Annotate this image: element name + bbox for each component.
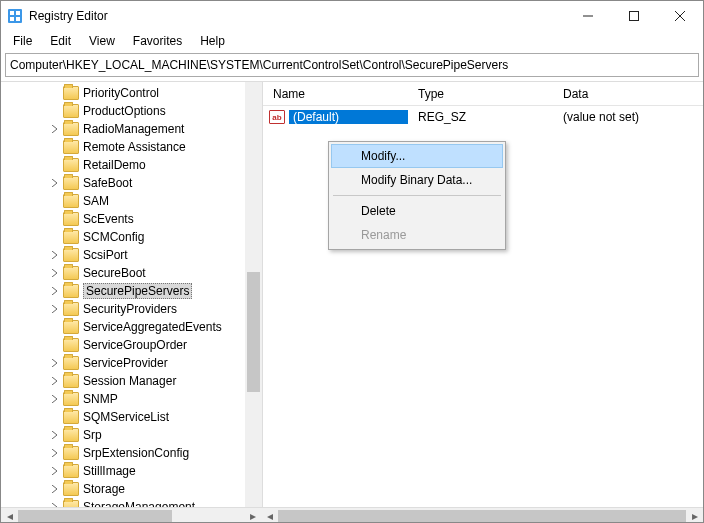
address-bar[interactable]: Computer\HKEY_LOCAL_MACHINE\SYSTEM\Curre…: [5, 53, 699, 77]
hscroll-left-thumb[interactable]: [18, 510, 172, 522]
column-type[interactable]: Type: [408, 87, 553, 101]
folder-icon: [63, 410, 79, 424]
chevron-right-icon[interactable]: [49, 501, 61, 507]
tree-item[interactable]: Srp: [1, 426, 262, 444]
tree-item[interactable]: ScEvents: [1, 210, 262, 228]
folder-icon: [63, 176, 79, 190]
chevron-right-icon[interactable]: [49, 465, 61, 477]
tree-item[interactable]: SQMServiceList: [1, 408, 262, 426]
tree-item[interactable]: StorageManagement: [1, 498, 262, 507]
context-delete[interactable]: Delete: [331, 199, 503, 223]
tree-item[interactable]: SNMP: [1, 390, 262, 408]
minimize-button[interactable]: [565, 1, 611, 31]
chevron-right-icon[interactable]: [49, 429, 61, 441]
chevron-right-icon[interactable]: [49, 483, 61, 495]
hscroll-right-track[interactable]: [278, 508, 686, 523]
menu-view[interactable]: View: [81, 32, 123, 50]
column-headers: Name Type Data: [263, 82, 703, 106]
chevron-right-icon[interactable]: [49, 303, 61, 315]
hscroll-left-track[interactable]: [18, 508, 244, 523]
tree-item[interactable]: Session Manager: [1, 372, 262, 390]
tree-item-label: StorageManagement: [83, 500, 195, 507]
chevron-right-icon[interactable]: [49, 285, 61, 297]
hscroll-left-arrow-r[interactable]: ▸: [244, 508, 261, 523]
chevron-right-icon[interactable]: [49, 375, 61, 387]
tree-scrollbar[interactable]: [245, 82, 262, 507]
window-title: Registry Editor: [29, 9, 565, 23]
tree-item-label: Session Manager: [83, 374, 176, 388]
tree-item[interactable]: ScsiPort: [1, 246, 262, 264]
folder-icon: [63, 104, 79, 118]
svg-rect-3: [10, 17, 14, 21]
window-controls: [565, 1, 703, 31]
context-modify-binary[interactable]: Modify Binary Data...: [331, 168, 503, 192]
menu-favorites[interactable]: Favorites: [125, 32, 190, 50]
tree-item[interactable]: ServiceAggregatedEvents: [1, 318, 262, 336]
folder-icon: [63, 392, 79, 406]
tree-item[interactable]: PriorityControl: [1, 84, 262, 102]
tree-item-label: ScEvents: [83, 212, 134, 226]
list-row[interactable]: ab (Default) REG_SZ (value not set): [263, 108, 703, 126]
tree-item[interactable]: Remote Assistance: [1, 138, 262, 156]
tree-item[interactable]: ProductOptions: [1, 102, 262, 120]
tree-pane: PriorityControlProductOptionsRadioManage…: [1, 82, 263, 507]
hscroll-right-arrow-l[interactable]: ◂: [261, 508, 278, 523]
hscroll-right-arrow-r[interactable]: ▸: [686, 508, 703, 523]
tree-item[interactable]: SecurityProviders: [1, 300, 262, 318]
folder-icon: [63, 464, 79, 478]
menu-edit[interactable]: Edit: [42, 32, 79, 50]
tree-item[interactable]: SafeBoot: [1, 174, 262, 192]
chevron-right-icon[interactable]: [49, 177, 61, 189]
panes: PriorityControlProductOptionsRadioManage…: [1, 81, 703, 507]
value-name: (Default): [289, 110, 408, 124]
svg-rect-2: [16, 11, 20, 15]
folder-icon: [63, 446, 79, 460]
tree-item-label: ProductOptions: [83, 104, 166, 118]
list-body: ab (Default) REG_SZ (value not set) Modi…: [263, 106, 703, 126]
menu-file[interactable]: File: [5, 32, 40, 50]
tree-item[interactable]: SecureBoot: [1, 264, 262, 282]
list-pane: Name Type Data ab (Default) REG_SZ (valu…: [263, 82, 703, 507]
hscroll-right-thumb[interactable]: [278, 510, 686, 522]
tree-item[interactable]: ServiceProvider: [1, 354, 262, 372]
folder-icon: [63, 122, 79, 136]
maximize-button[interactable]: [611, 1, 657, 31]
folder-icon: [63, 194, 79, 208]
tree-item-label: RetailDemo: [83, 158, 146, 172]
svg-rect-6: [630, 12, 639, 21]
tree-item[interactable]: RetailDemo: [1, 156, 262, 174]
tree-item[interactable]: SrpExtensionConfig: [1, 444, 262, 462]
string-value-icon: ab: [269, 110, 285, 124]
column-name[interactable]: Name: [263, 87, 408, 101]
tree-scrollbar-thumb[interactable]: [247, 272, 260, 392]
tree-item-label: ServiceAggregatedEvents: [83, 320, 222, 334]
context-menu: Modify... Modify Binary Data... Delete R…: [328, 141, 506, 250]
tree[interactable]: PriorityControlProductOptionsRadioManage…: [1, 82, 262, 507]
context-modify[interactable]: Modify...: [331, 144, 503, 168]
chevron-right-icon[interactable]: [49, 447, 61, 459]
tree-item[interactable]: RadioManagement: [1, 120, 262, 138]
regedit-icon: [7, 8, 23, 24]
tree-item[interactable]: Storage: [1, 480, 262, 498]
column-data[interactable]: Data: [553, 87, 703, 101]
folder-icon: [63, 320, 79, 334]
tree-item[interactable]: ServiceGroupOrder: [1, 336, 262, 354]
value-data: (value not set): [553, 110, 639, 124]
tree-item[interactable]: SecurePipeServers: [1, 282, 262, 300]
tree-item[interactable]: SCMConfig: [1, 228, 262, 246]
close-button[interactable]: [657, 1, 703, 31]
menu-help[interactable]: Help: [192, 32, 233, 50]
chevron-right-icon[interactable]: [49, 357, 61, 369]
tree-item[interactable]: StillImage: [1, 462, 262, 480]
context-separator: [333, 195, 501, 196]
folder-icon: [63, 428, 79, 442]
chevron-right-icon[interactable]: [49, 123, 61, 135]
tree-item[interactable]: SAM: [1, 192, 262, 210]
chevron-right-icon[interactable]: [49, 249, 61, 261]
chevron-right-icon[interactable]: [49, 267, 61, 279]
hscroll-left-arrow[interactable]: ◂: [1, 508, 18, 523]
chevron-right-icon[interactable]: [49, 393, 61, 405]
tree-item-label: Srp: [83, 428, 102, 442]
tree-item-label: SecurityProviders: [83, 302, 177, 316]
folder-icon: [63, 374, 79, 388]
